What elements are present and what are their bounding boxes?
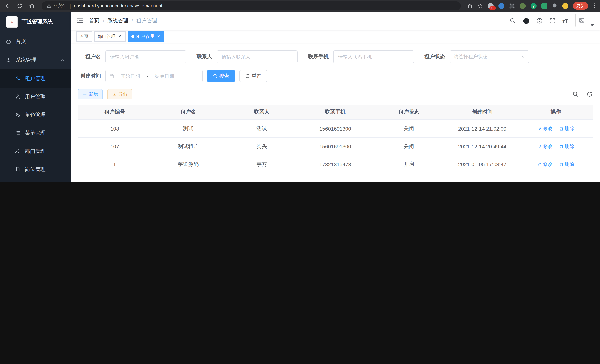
status-select[interactable]: 请选择租户状态 xyxy=(450,50,529,63)
screen: 不安全 | dashboard.yudao.iocoder.cn/system/… xyxy=(0,0,600,182)
sidebar-item-home[interactable]: 首页 xyxy=(0,32,71,51)
cell-tenant-name: 芋道源码 xyxy=(151,155,225,173)
sidebar-item-user[interactable]: 用户管理 xyxy=(0,88,71,106)
edit-link[interactable]: 修改 xyxy=(537,125,553,132)
bookmark-star-icon[interactable] xyxy=(478,3,483,8)
sidebar-item-tenant[interactable]: 租户管理 xyxy=(0,69,71,88)
edit-link[interactable]: 修改 xyxy=(537,161,553,168)
tenant-name-input[interactable] xyxy=(105,50,186,63)
tab-tenant[interactable]: 租户管理 × xyxy=(128,31,164,42)
cell-actions: 修改 删除 xyxy=(519,155,593,173)
column-header: 操作 xyxy=(519,105,593,120)
tab-close-icon[interactable]: × xyxy=(117,34,122,39)
cell-tenant-id: 1 xyxy=(78,155,151,173)
contact-input[interactable] xyxy=(217,50,298,63)
sidebar-item-label: 角色管理 xyxy=(25,112,46,118)
download-icon xyxy=(112,92,116,96)
extension-icon-6[interactable] xyxy=(541,3,547,9)
extension-icon-2[interactable] xyxy=(498,3,504,9)
browser-home-icon[interactable] xyxy=(29,3,35,9)
cell-phone: 15601691300 xyxy=(299,138,372,155)
post-badge-icon xyxy=(15,167,21,172)
github-icon[interactable] xyxy=(523,18,529,24)
end-date-input[interactable] xyxy=(150,73,179,79)
tab-dept[interactable]: 部门管理 × xyxy=(94,31,126,42)
tenant-name-label: 租户名 xyxy=(78,53,101,60)
header-search-icon[interactable] xyxy=(510,18,516,24)
breadcrumb-item-system[interactable]: 系统管理 xyxy=(107,18,128,24)
hamburger-icon[interactable] xyxy=(76,18,83,24)
sidebar-item-dept[interactable]: 部门管理 xyxy=(0,142,71,160)
sidebar-item-post[interactable]: 岗位管理 xyxy=(0,160,71,178)
delete-link[interactable]: 删除 xyxy=(559,125,574,132)
avatar[interactable] xyxy=(575,14,589,27)
cell-tenant-id: 107 xyxy=(78,138,151,155)
tags-view-bar: 首页 部门管理 × 租户管理 × xyxy=(71,30,600,43)
logo[interactable]: ♦ 芋道管理系统 xyxy=(0,11,71,32)
tab-home[interactable]: 首页 xyxy=(76,31,92,42)
browser-update-button[interactable]: 更新 xyxy=(573,2,588,10)
delete-link[interactable]: 删除 xyxy=(559,143,574,150)
font-size-icon[interactable]: TT xyxy=(562,18,568,24)
active-tab-dot xyxy=(131,35,134,38)
cell-status: 关闭 xyxy=(372,120,445,138)
date-range-picker[interactable]: - xyxy=(105,70,203,82)
refresh-table-icon[interactable] xyxy=(587,91,593,97)
create-time-label: 创建时间 xyxy=(78,73,101,79)
filter-row-1: 租户名 联系人 联系手机 租户状态 请选择租户状态 xyxy=(78,50,593,63)
address-bar[interactable]: 不安全 | dashboard.yudao.iocoder.cn/system/… xyxy=(42,1,461,10)
contact-label: 联系人 xyxy=(197,53,212,60)
edit-link-label: 修改 xyxy=(543,161,553,168)
refresh-icon xyxy=(245,74,250,78)
tab-label: 首页 xyxy=(80,33,89,39)
help-question-icon[interactable] xyxy=(536,18,542,24)
cell-contact: 秃头 xyxy=(225,138,299,155)
column-header: 租户名 xyxy=(151,105,225,120)
extension-icon-4[interactable] xyxy=(520,3,526,9)
trash-icon xyxy=(559,162,564,166)
browser-menu-icon[interactable] xyxy=(593,3,596,8)
avatar-dropdown[interactable] xyxy=(575,14,594,28)
export-button[interactable]: 导出 xyxy=(107,89,132,99)
tab-label: 租户管理 xyxy=(136,33,154,39)
share-icon[interactable] xyxy=(468,3,473,8)
cell-tenant-name: 测试 xyxy=(151,120,225,138)
sidebar-item-dict[interactable]: 字典管理 xyxy=(0,178,71,182)
browser-back-icon[interactable] xyxy=(4,3,10,9)
sidebar-item-system[interactable]: 系统管理 xyxy=(0,51,71,69)
pencil-icon xyxy=(537,144,542,149)
sidebar-item-role[interactable]: 角色管理 xyxy=(0,106,71,124)
extension-icon-7[interactable] xyxy=(562,3,568,9)
sidebar-item-menu[interactable]: 菜单管理 xyxy=(0,124,71,142)
delete-link[interactable]: 删除 xyxy=(559,161,574,168)
browser-refresh-icon[interactable] xyxy=(17,3,22,8)
extension-icon-3[interactable] xyxy=(509,3,515,9)
sidebar-item-label: 岗位管理 xyxy=(25,166,46,173)
menu-list-icon xyxy=(15,130,21,136)
security-chip[interactable]: 不安全 xyxy=(47,3,66,9)
extension-icon-5[interactable]: y xyxy=(531,3,536,9)
add-button-label: 新增 xyxy=(89,91,98,97)
toggle-search-icon[interactable] xyxy=(572,91,579,97)
table-header-row: 租户编号 租户名 联系人 联系手机 租户状态 创建时间 操作 xyxy=(78,105,593,120)
search-button[interactable]: 搜索 xyxy=(207,70,235,82)
breadcrumb-item-home[interactable]: 首页 xyxy=(89,18,99,24)
extension-icon-1[interactable]: 10 xyxy=(488,3,494,9)
logo-title: 芋道管理系统 xyxy=(21,19,53,25)
fullscreen-icon[interactable] xyxy=(549,18,555,24)
cell-actions: 修改 删除 xyxy=(519,120,593,138)
dashboard-icon xyxy=(6,39,11,44)
reset-button[interactable]: 重置 xyxy=(239,70,267,82)
role-users-icon xyxy=(15,112,21,118)
cell-created: 2021-01-05 17:03:47 xyxy=(445,155,519,173)
phone-input[interactable] xyxy=(333,50,414,63)
edit-link[interactable]: 修改 xyxy=(537,143,553,150)
table-row: 107 测试租户 秃头 15601691300 关闭 2021-12-14 20… xyxy=(78,138,593,155)
chevron-down-icon xyxy=(521,55,525,59)
extension-badge: 10 xyxy=(489,6,496,10)
tab-close-icon[interactable]: × xyxy=(156,34,161,39)
start-date-input[interactable] xyxy=(116,73,144,79)
sidebar-item-label: 首页 xyxy=(16,38,26,45)
extensions-puzzle-icon[interactable] xyxy=(552,3,557,8)
add-button[interactable]: 新增 xyxy=(78,89,103,99)
